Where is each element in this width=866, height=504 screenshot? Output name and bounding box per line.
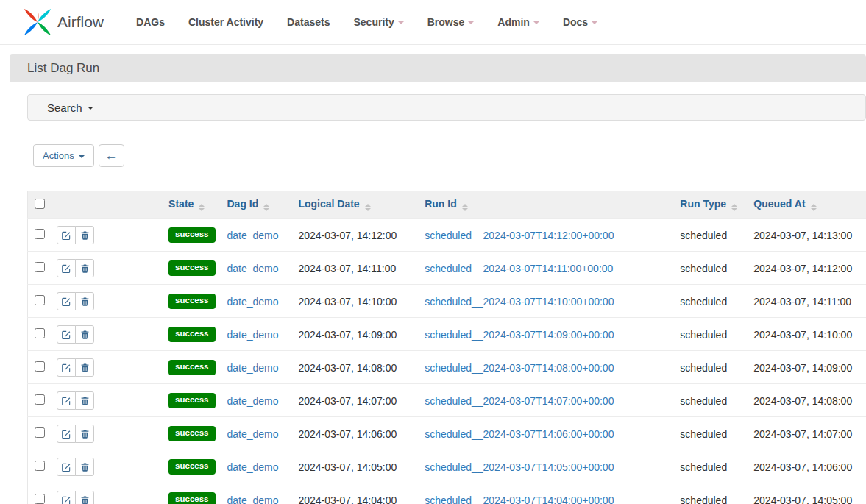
sortable-column-header[interactable]: Dag Id	[221, 191, 293, 219]
nav-item-cluster-activity[interactable]: Cluster Activity	[177, 9, 275, 35]
trash-icon	[80, 230, 90, 241]
run-id-link[interactable]: scheduled__2024-03-07T14:09:00+00:00	[425, 329, 614, 341]
run-id-link[interactable]: scheduled__2024-03-07T14:04:00+00:00	[425, 494, 614, 504]
state-badge: success	[168, 360, 215, 375]
sort-icon[interactable]	[365, 204, 371, 211]
edit-button[interactable]	[57, 325, 76, 344]
trash-icon	[80, 263, 90, 274]
edit-button[interactable]	[57, 226, 76, 244]
row-checkbox[interactable]	[35, 494, 45, 504]
sort-icon[interactable]	[811, 204, 817, 211]
run-type-cell: scheduled	[674, 450, 748, 483]
nav-item-browse[interactable]: Browse	[416, 9, 486, 35]
main-nav: DAGs Cluster Activity Datasets Security …	[124, 9, 609, 35]
nav-item-admin[interactable]: Admin	[486, 9, 551, 35]
run-id-link[interactable]: scheduled__2024-03-07T14:05:00+00:00	[425, 461, 614, 473]
run-id-link[interactable]: scheduled__2024-03-07T14:11:00+00:00	[425, 263, 613, 274]
chevron-down-icon	[398, 21, 404, 24]
row-checkbox[interactable]	[35, 229, 45, 239]
queued-at-cell: 2024-03-07, 14:09:00	[748, 351, 866, 384]
back-button[interactable]: ←	[99, 144, 124, 167]
delete-button[interactable]	[75, 425, 94, 443]
delete-button[interactable]	[75, 358, 94, 377]
trash-icon	[80, 330, 90, 340]
sort-icon[interactable]	[731, 204, 737, 211]
dag-id-link[interactable]: date_demo	[227, 230, 279, 241]
sortable-column-header[interactable]: Run Id	[419, 191, 674, 219]
pencil-square-icon	[61, 230, 71, 241]
row-checkbox[interactable]	[35, 461, 45, 471]
state-badge: success	[168, 227, 215, 243]
toolbar: Actions ←	[33, 144, 866, 167]
sortable-column-header[interactable]: Queued At	[748, 191, 866, 219]
delete-button[interactable]	[75, 259, 94, 277]
edit-button[interactable]	[57, 491, 76, 504]
dag-id-link[interactable]: date_demo	[227, 494, 279, 504]
run-type-cell: scheduled	[674, 219, 748, 252]
logical-date-cell: 2024-03-07, 14:11:00	[292, 252, 419, 285]
edit-button[interactable]	[57, 292, 76, 310]
row-checkbox[interactable]	[35, 328, 45, 338]
table-row: success date_demo 2024-03-07, 14:08:00 s…	[28, 351, 866, 384]
chevron-down-icon	[592, 21, 597, 24]
sort-icon[interactable]	[263, 204, 269, 211]
run-id-link[interactable]: scheduled__2024-03-07T14:07:00+00:00	[425, 395, 614, 407]
trash-icon	[80, 396, 90, 406]
delete-button[interactable]	[75, 292, 94, 310]
sortable-column-header[interactable]: State	[163, 191, 221, 219]
row-checkbox[interactable]	[35, 295, 45, 305]
row-checkbox[interactable]	[35, 361, 45, 372]
queued-at-cell: 2024-03-07, 14:12:00	[748, 252, 866, 285]
sort-icon[interactable]	[462, 204, 468, 211]
queued-at-cell: 2024-03-07, 14:13:00	[748, 219, 866, 252]
delete-button[interactable]	[75, 325, 94, 344]
dag-id-link[interactable]: date_demo	[227, 329, 279, 341]
nav-item-datasets[interactable]: Datasets	[275, 9, 341, 35]
pencil-square-icon	[61, 297, 71, 307]
queued-at-cell: 2024-03-07, 14:08:00	[748, 384, 866, 417]
nav-item-dags[interactable]: DAGs	[124, 9, 177, 35]
sortable-column-header[interactable]: Logical Date	[292, 191, 419, 219]
run-id-link[interactable]: scheduled__2024-03-07T14:10:00+00:00	[425, 296, 614, 308]
left-arrow-icon: ←	[105, 149, 118, 162]
run-type-cell: scheduled	[674, 285, 748, 318]
row-checkbox[interactable]	[35, 427, 45, 438]
row-checkbox[interactable]	[35, 394, 45, 405]
airflow-brand[interactable]: Airflow	[22, 7, 104, 38]
trash-icon	[80, 429, 90, 439]
actions-dropdown-button[interactable]: Actions	[33, 144, 94, 167]
search-accordion-toggle[interactable]: Search	[27, 94, 866, 121]
run-type-cell: scheduled	[674, 483, 748, 504]
sortable-column-header[interactable]: Run Type	[674, 191, 748, 219]
dag-id-link[interactable]: date_demo	[227, 461, 279, 473]
chevron-down-icon	[468, 21, 474, 24]
edit-button[interactable]	[57, 458, 76, 476]
edit-button[interactable]	[57, 259, 76, 277]
run-id-link[interactable]: scheduled__2024-03-07T14:06:00+00:00	[425, 428, 614, 440]
dag-id-link[interactable]: date_demo	[227, 362, 279, 374]
logical-date-cell: 2024-03-07, 14:09:00	[292, 318, 419, 351]
run-id-link[interactable]: scheduled__2024-03-07T14:08:00+00:00	[425, 362, 614, 374]
run-type-cell: scheduled	[674, 384, 748, 417]
dag-id-link[interactable]: date_demo	[227, 296, 279, 308]
delete-button[interactable]	[75, 491, 94, 504]
delete-button[interactable]	[75, 458, 94, 476]
chevron-down-icon	[533, 21, 539, 24]
edit-button[interactable]	[57, 358, 76, 377]
dag-id-link[interactable]: date_demo	[227, 263, 279, 274]
nav-item-docs[interactable]: Docs	[551, 9, 609, 35]
sort-icon[interactable]	[199, 204, 205, 211]
dag-id-link[interactable]: date_demo	[227, 395, 279, 407]
select-all-checkbox[interactable]	[35, 199, 45, 209]
delete-button[interactable]	[75, 391, 94, 410]
edit-button[interactable]	[57, 391, 76, 410]
nav-item-security[interactable]: Security	[341, 9, 415, 35]
state-badge: success	[168, 260, 215, 276]
delete-button[interactable]	[75, 226, 94, 244]
run-id-link[interactable]: scheduled__2024-03-07T14:12:00+00:00	[425, 230, 614, 241]
edit-button[interactable]	[57, 425, 76, 443]
dag-id-link[interactable]: date_demo	[227, 428, 279, 440]
row-checkbox[interactable]	[35, 262, 45, 272]
pencil-square-icon	[61, 462, 71, 472]
chevron-down-icon	[79, 155, 85, 158]
